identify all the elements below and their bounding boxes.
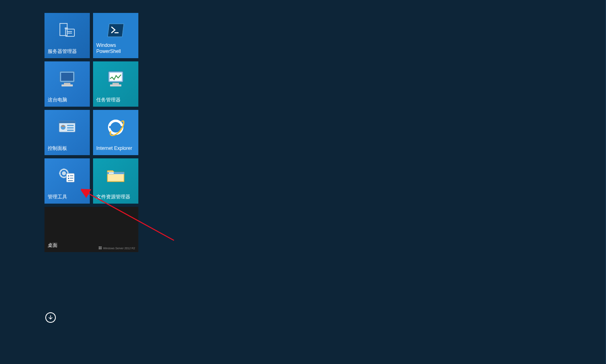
svg-rect-20 [67, 130, 74, 131]
svg-rect-18 [67, 125, 74, 126]
tile-label: 控制面板 [48, 145, 87, 152]
svg-rect-27 [70, 175, 73, 176]
svg-rect-34 [100, 246, 102, 248]
svg-rect-3 [67, 31, 72, 32]
control-panel-icon [57, 117, 77, 137]
svg-rect-4 [67, 33, 72, 34]
tile-label: 服务器管理器 [48, 48, 87, 55]
svg-rect-9 [61, 84, 73, 86]
tile-desktop[interactable]: 桌面 Windows Server 2012 R2 [44, 207, 138, 252]
tile-label: 这台电脑 [48, 97, 87, 103]
svg-rect-29 [68, 180, 73, 181]
tile-row: 管理工具 文件资源管理器 [44, 158, 138, 204]
ie-icon [106, 117, 126, 137]
svg-rect-7 [61, 73, 73, 81]
tile-admin-tools[interactable]: 管理工具 [44, 158, 90, 204]
svg-rect-12 [112, 83, 119, 84]
svg-rect-8 [64, 83, 70, 84]
tile-label: Windows PowerShell [96, 42, 135, 55]
svg-rect-2 [65, 27, 68, 29]
server-manager-icon [57, 20, 77, 40]
desktop-watermark: Windows Server 2012 R2 [99, 246, 135, 250]
tile-label: Internet Explorer [96, 145, 135, 152]
svg-rect-13 [110, 84, 121, 86]
svg-rect-33 [99, 246, 100, 248]
tile-row: 控制面板 Internet Explorer [44, 110, 138, 155]
powershell-icon [106, 20, 126, 40]
admin-tools-icon [57, 166, 77, 186]
arrow-down-icon [48, 315, 53, 320]
svg-rect-32 [109, 173, 114, 174]
watermark-text: Windows Server 2012 R2 [103, 247, 135, 250]
svg-rect-35 [99, 248, 100, 249]
task-manager-icon [106, 69, 126, 89]
start-tiles-grid: 服务器管理器 Windows PowerShell [44, 13, 138, 255]
svg-rect-19 [67, 127, 74, 128]
tile-task-manager[interactable]: 任务管理器 [93, 61, 138, 107]
svg-rect-25 [68, 175, 69, 177]
svg-point-16 [61, 125, 66, 130]
all-apps-button[interactable] [45, 312, 56, 323]
tile-powershell[interactable]: Windows PowerShell [93, 13, 138, 58]
svg-rect-28 [70, 178, 73, 179]
computer-icon [57, 69, 77, 89]
tile-label: 文件资源管理器 [96, 194, 135, 200]
svg-rect-17 [61, 126, 65, 126]
tile-label: 任务管理器 [96, 97, 135, 103]
tile-internet-explorer[interactable]: Internet Explorer [93, 110, 138, 155]
svg-rect-26 [68, 178, 69, 179]
tile-file-explorer[interactable]: 文件资源管理器 [93, 158, 138, 204]
tile-this-pc[interactable]: 这台电脑 [44, 61, 90, 107]
svg-rect-30 [108, 174, 123, 181]
tile-row: 这台电脑 任务管理器 [44, 61, 138, 107]
tile-row: 服务器管理器 Windows PowerShell [44, 13, 138, 58]
tile-control-panel[interactable]: 控制面板 [44, 110, 90, 155]
tile-row: 桌面 Windows Server 2012 R2 [44, 207, 138, 252]
svg-point-23 [62, 171, 66, 175]
svg-rect-15 [59, 121, 75, 123]
tile-server-manager[interactable]: 服务器管理器 [44, 13, 90, 58]
svg-rect-36 [100, 248, 102, 249]
file-explorer-icon [106, 166, 126, 186]
tile-label: 管理工具 [48, 194, 87, 200]
windows-logo-icon [99, 246, 102, 250]
